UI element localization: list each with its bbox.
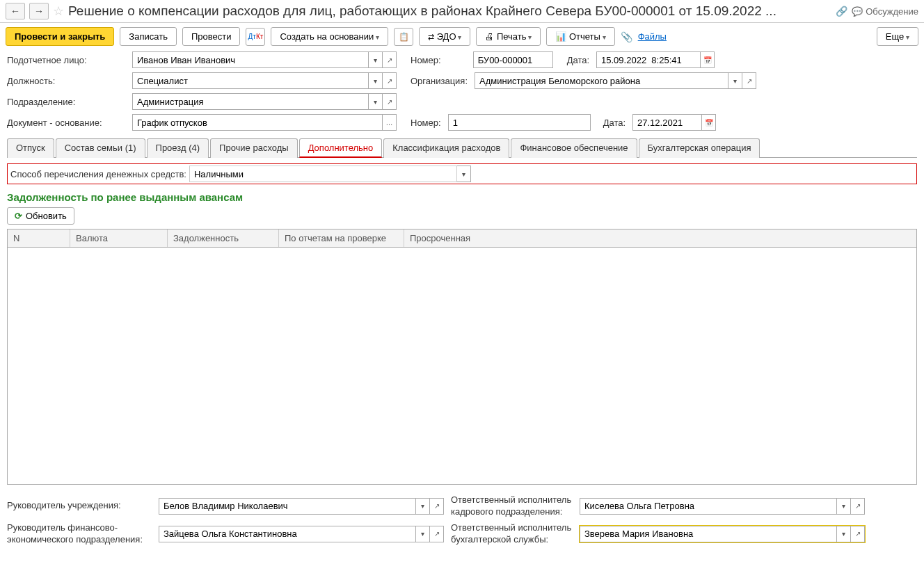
dept-label: Подразделение: [7,97,125,107]
head-label: Руководитель учреждения: [7,500,152,512]
date-input[interactable] [596,51,701,68]
dept-dropdown[interactable]: ▾ [369,93,383,110]
create-based-button[interactable]: Создать на основании [271,27,388,46]
save-button[interactable]: Записать [120,27,177,46]
edo-button[interactable]: ⇄ ЭДО [419,27,470,46]
basis-date-picker[interactable]: 📅 [702,114,716,131]
tab-travel[interactable]: Проезд (4) [147,138,209,158]
th-n[interactable]: N [8,229,70,247]
attachment-icon[interactable]: 📎 [621,31,632,42]
back-button[interactable]: ← [6,3,25,19]
number-input[interactable] [473,51,553,68]
basis-input[interactable] [132,114,383,131]
person-dropdown[interactable]: ▾ [369,51,383,68]
position-open[interactable]: ↗ [383,72,397,89]
fin-head-label: Руководитель финансово-экономического по… [7,522,152,546]
discussion-label: Обсуждение [866,6,918,17]
tab-classification[interactable]: Классификация расходов [383,138,509,158]
th-currency[interactable]: Валюта [70,229,168,247]
link-icon[interactable]: 🔗 [836,6,847,17]
basis-label: Документ - основание: [7,118,125,128]
hr-label: Ответственный исполнитель кадрового подр… [451,494,573,518]
hr-input[interactable] [580,498,837,515]
reports-label: Отчеты [569,31,600,42]
dept-input[interactable] [132,93,369,110]
org-label: Организация: [411,76,468,86]
position-dropdown[interactable]: ▾ [369,72,383,89]
table-body [8,248,916,484]
fin-head-input[interactable] [159,526,416,542]
basis-date-input[interactable] [632,114,702,131]
fin-head-open[interactable]: ↗ [430,526,444,542]
tab-vacation[interactable]: Отпуск [7,138,54,158]
position-label: Должность: [7,76,125,86]
transfer-input[interactable] [189,166,457,182]
more-button[interactable]: Еще [877,27,918,46]
hr-dropdown[interactable]: ▾ [837,498,851,515]
edo-label: ЭДО [437,31,456,42]
dtkt-icon-button[interactable]: ДтКт [246,28,265,46]
th-debt[interactable]: Задолженность [168,229,279,247]
org-input[interactable] [475,72,728,89]
forward-button[interactable]: → [29,3,49,19]
reports-button[interactable]: 📊 Отчеты [546,27,614,46]
debt-header: Задолженность по ранее выданным авансам [7,191,917,203]
basis-number-input[interactable] [448,114,591,131]
date-picker[interactable]: 📅 [701,51,715,68]
refresh-label: Обновить [26,211,67,221]
fin-head-dropdown[interactable]: ▾ [416,526,430,542]
person-input[interactable] [132,51,369,68]
dept-open[interactable]: ↗ [383,93,397,110]
basis-number-label: Номер: [411,118,441,128]
debt-table: N Валюта Задолженность По отчетам на про… [7,229,917,485]
basis-date-label: Дата: [603,118,626,128]
transfer-dropdown[interactable]: ▾ [457,166,471,182]
files-link[interactable]: Файлы [638,31,667,42]
post-and-close-button[interactable]: Провести и закрыть [6,27,114,46]
tab-family[interactable]: Состав семьи (1) [56,138,145,158]
org-dropdown[interactable]: ▾ [728,72,742,89]
acc-label: Ответственный исполнитель бухгалтерской … [451,522,573,546]
transfer-label: Способ перечисления денежных средств: [10,169,186,179]
favorite-icon[interactable]: ☆ [53,3,64,19]
basis-select[interactable]: … [383,114,397,131]
stamp-icon-button[interactable]: 📋 [394,28,413,46]
refresh-button[interactable]: ⟳ Обновить [7,207,74,225]
acc-open[interactable]: ↗ [851,526,865,542]
acc-dropdown[interactable]: ▾ [837,526,851,542]
post-button[interactable]: Провести [182,27,241,46]
tab-additional[interactable]: Дополнительно [299,138,383,158]
org-open[interactable]: ↗ [742,72,756,89]
position-input[interactable] [132,72,369,89]
head-dropdown[interactable]: ▾ [416,498,430,515]
print-label: Печать [497,31,527,42]
transfer-method-row: Способ перечисления денежных средств: ▾ [7,163,917,184]
number-label: Номер: [411,55,441,65]
tab-financing[interactable]: Финансовое обеспечение [511,138,637,158]
head-open[interactable]: ↗ [430,498,444,515]
hr-open[interactable]: ↗ [851,498,865,515]
tab-other-expenses[interactable]: Прочие расходы [210,138,298,158]
discussion-button[interactable]: 💬 Обсуждение [852,6,918,17]
print-button[interactable]: 🖨 Печать [476,27,541,46]
page-title: Решение о компенсации расходов для лиц, … [68,3,831,19]
person-label: Подотчетное лицо: [7,55,125,65]
th-on-check[interactable]: По отчетам на проверке [279,229,404,247]
acc-input[interactable] [580,526,837,542]
tab-accounting[interactable]: Бухгалтерская операция [639,138,760,158]
th-overdue[interactable]: Просроченная [404,229,916,247]
head-input[interactable] [159,498,416,515]
refresh-icon: ⟳ [15,211,22,221]
chat-icon: 💬 [852,6,863,17]
date-label: Дата: [567,55,589,65]
person-open[interactable]: ↗ [383,51,397,68]
